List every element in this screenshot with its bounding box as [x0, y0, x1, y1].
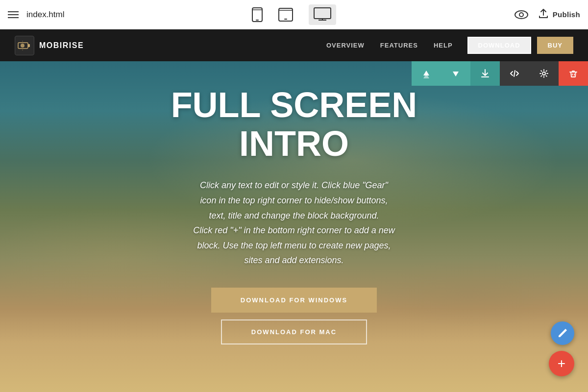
device-switcher	[252, 4, 336, 25]
hero-section: FULL SCREEN INTRO Click any text to edit…	[0, 61, 588, 392]
menu-button[interactable]	[8, 11, 19, 18]
fab-edit-button[interactable]	[551, 321, 574, 345]
hamburger-icon	[8, 11, 19, 18]
preview-area: MOBIRISE OVERVIEW FEATURES HELP DOWNLOAD…	[0, 29, 588, 392]
file-name: index.html	[26, 10, 64, 20]
svg-point-9	[515, 11, 528, 19]
fab-add-button[interactable]: +	[549, 351, 574, 376]
brand-logo	[15, 36, 34, 55]
block-code-button[interactable]	[500, 61, 529, 86]
tablet-view-button[interactable]	[278, 8, 293, 22]
block-move-down-button[interactable]	[441, 61, 470, 86]
desktop-view-button[interactable]	[309, 4, 336, 25]
block-move-up-button[interactable]	[412, 61, 441, 86]
block-settings-button[interactable]	[529, 61, 559, 86]
brand: MOBIRISE	[15, 36, 84, 55]
hero-subtitle[interactable]: Click any text to edit or style it. Clic…	[193, 178, 395, 268]
block-download-button[interactable]	[470, 61, 500, 86]
nav-features[interactable]: FEATURES	[380, 42, 418, 49]
top-toolbar: index.html	[0, 0, 588, 29]
publish-button[interactable]: Publish	[538, 8, 580, 21]
nav-links: OVERVIEW FEATURES HELP	[326, 42, 453, 49]
download-windows-button[interactable]: DOWNLOAD FOR WINDOWS	[211, 288, 377, 313]
svg-point-14	[21, 44, 24, 48]
nav-buy-button[interactable]: BUY	[537, 37, 573, 54]
svg-rect-6	[314, 8, 331, 19]
mobirise-navbar: MOBIRISE OVERVIEW FEATURES HELP DOWNLOAD…	[0, 29, 588, 61]
svg-rect-1	[256, 20, 259, 21]
nav-overview[interactable]: OVERVIEW	[326, 42, 365, 49]
publish-label: Publish	[553, 10, 580, 19]
download-mac-button[interactable]: DOWNLOAD FOR MAC	[221, 319, 367, 344]
upload-icon	[538, 8, 549, 21]
right-actions: Publish	[514, 8, 580, 21]
nav-download-button[interactable]: DOWNLOAD	[467, 37, 531, 54]
mobile-view-button[interactable]	[252, 7, 263, 22]
svg-point-18	[542, 72, 545, 75]
hero-title[interactable]: FULL SCREEN INTRO	[171, 86, 417, 163]
block-actions-toolbar	[412, 61, 588, 86]
svg-rect-13	[28, 44, 30, 47]
preview-button[interactable]	[514, 10, 528, 19]
block-delete-button[interactable]	[559, 61, 588, 86]
brand-name: MOBIRISE	[39, 41, 84, 50]
nav-help[interactable]: HELP	[434, 42, 453, 49]
svg-rect-4	[284, 19, 287, 20]
svg-point-10	[519, 13, 523, 17]
fab-add-icon: +	[558, 357, 565, 370]
